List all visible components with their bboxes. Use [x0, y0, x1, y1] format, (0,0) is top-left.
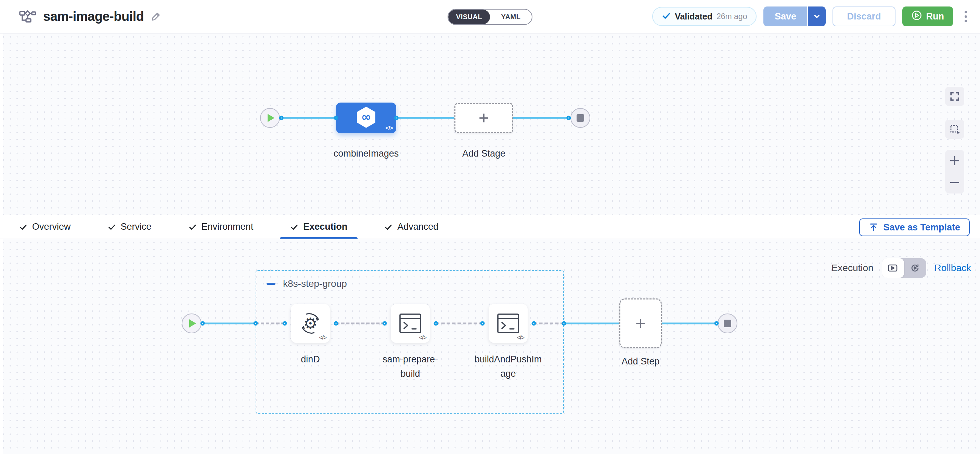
- save-as-template-button[interactable]: Save as Template: [859, 219, 970, 236]
- yaml-mode-tab[interactable]: YAML: [490, 10, 532, 24]
- check-icon: [290, 223, 298, 231]
- fullscreen-button[interactable]: [945, 87, 964, 106]
- connector-point: [566, 116, 571, 120]
- stage-tabbar: Overview Service Environment Execution A…: [0, 215, 980, 239]
- run-step-terminal-icon: [497, 313, 519, 334]
- connector-point: [283, 321, 287, 326]
- execution-rollback-toggle: [882, 258, 926, 278]
- check-icon: [384, 223, 393, 231]
- upload-icon: [869, 222, 878, 232]
- stop-icon: [577, 114, 584, 122]
- service-dependency-icon: ⚙: [298, 311, 323, 336]
- add-step-label: Add Step: [606, 354, 675, 368]
- stage-label: combineImages: [325, 146, 407, 161]
- step-node-dind[interactable]: ⚙ </>: [291, 304, 330, 343]
- start-play-icon: [267, 113, 275, 123]
- tab-label: Service: [121, 222, 151, 232]
- tab-advanced[interactable]: Advanced: [374, 215, 449, 239]
- tab-label: Execution: [303, 222, 347, 232]
- connector-line: [281, 117, 336, 119]
- plus-icon: +: [635, 314, 646, 332]
- connector-point: [434, 321, 438, 326]
- save-split-button: Save: [764, 6, 826, 26]
- start-play-icon: [189, 319, 197, 328]
- tab-overview[interactable]: Overview: [9, 215, 81, 239]
- connector-point: [334, 116, 339, 120]
- step-group-name: k8s-step-group: [283, 278, 347, 289]
- connector-line: [662, 323, 716, 324]
- code-badge-icon: </>: [517, 334, 524, 341]
- pipeline-studio: sam-image-build VISUAL YAML Validated: [0, 0, 980, 454]
- execution-mode-row: Execution Rollback: [832, 258, 971, 278]
- stage-node-combineimages[interactable]: ∞ </>: [336, 103, 396, 133]
- header-bar: sam-image-build VISUAL YAML Validated: [0, 0, 980, 33]
- connector-line: [564, 323, 619, 324]
- connector-point: [394, 116, 399, 120]
- more-options-kebab-icon[interactable]: [962, 8, 970, 25]
- tab-service[interactable]: Service: [97, 215, 162, 239]
- multi-select-button[interactable]: [945, 120, 964, 139]
- connector-point: [200, 321, 205, 326]
- execution-view-toggle-button[interactable]: [882, 258, 904, 278]
- connector-line: [513, 117, 569, 119]
- connector-point: [253, 321, 258, 326]
- save-button[interactable]: Save: [764, 6, 807, 26]
- connector-point: [562, 321, 566, 326]
- tab-label: Advanced: [397, 222, 438, 232]
- connector-point: [334, 321, 339, 326]
- run-step-terminal-icon: [399, 313, 422, 334]
- step-node-buildandpushimage[interactable]: </>: [488, 304, 528, 343]
- zoom-controls: [945, 150, 964, 194]
- edit-title-pencil-icon[interactable]: [151, 11, 162, 22]
- rollback-link[interactable]: Rollback: [934, 263, 971, 273]
- code-badge-icon: </>: [385, 125, 393, 132]
- discard-button[interactable]: Discard: [832, 6, 895, 26]
- save-as-template-label: Save as Template: [883, 222, 960, 233]
- validated-timestamp: 26m ago: [716, 12, 747, 21]
- execution-end-node: [718, 313, 737, 333]
- rollback-view-toggle-button[interactable]: [904, 258, 926, 278]
- connector-point: [714, 321, 719, 326]
- code-badge-icon: </>: [419, 334, 426, 341]
- execution-view-icon: [887, 263, 898, 273]
- pipeline-title-group: sam-image-build: [19, 8, 162, 24]
- code-badge-icon: </>: [319, 334, 326, 341]
- connector-point: [279, 116, 284, 120]
- validated-label: Validated: [675, 12, 713, 22]
- tab-label: Overview: [32, 222, 71, 232]
- add-step-button[interactable]: +: [619, 298, 662, 348]
- tab-execution[interactable]: Execution: [280, 215, 358, 239]
- zoom-in-button[interactable]: [945, 150, 964, 171]
- zoom-out-button[interactable]: [945, 171, 964, 194]
- run-label: Run: [926, 11, 944, 22]
- validated-badge[interactable]: Validated 26m ago: [652, 7, 757, 26]
- visual-yaml-toggle: VISUAL YAML: [447, 9, 533, 25]
- execution-canvas: Execution Rollback: [0, 239, 980, 454]
- connector-line: [202, 323, 256, 324]
- execution-start-node: [182, 313, 202, 333]
- check-icon: [108, 223, 116, 231]
- save-options-chevron-down-icon[interactable]: [807, 6, 826, 26]
- connector-point: [480, 321, 485, 326]
- add-stage-label: Add Stage: [443, 146, 525, 161]
- tab-environment[interactable]: Environment: [178, 215, 264, 239]
- rollback-icon: [910, 263, 920, 273]
- connector-point: [383, 321, 387, 326]
- check-icon: [662, 11, 671, 22]
- plus-icon: +: [479, 109, 489, 127]
- check-icon: [189, 223, 197, 231]
- stop-icon: [724, 320, 731, 327]
- connector-line: [396, 117, 455, 119]
- stage-canvas: ∞ </> + combineImages Add Stage: [0, 33, 980, 215]
- ci-stage-hexagon-icon: ∞: [355, 106, 377, 130]
- pipeline-icon: [19, 8, 36, 24]
- tab-label: Environment: [202, 222, 253, 232]
- visual-mode-tab[interactable]: VISUAL: [448, 10, 490, 24]
- page-title: sam-image-build: [43, 9, 144, 24]
- pipeline-end-node: [570, 108, 590, 128]
- collapse-group-minus-icon[interactable]: [267, 279, 275, 288]
- add-stage-button[interactable]: +: [454, 103, 513, 133]
- step-node-sam-prepare-build[interactable]: </>: [391, 304, 430, 343]
- run-button[interactable]: Run: [902, 6, 953, 26]
- step-group-header: k8s-step-group: [267, 278, 347, 289]
